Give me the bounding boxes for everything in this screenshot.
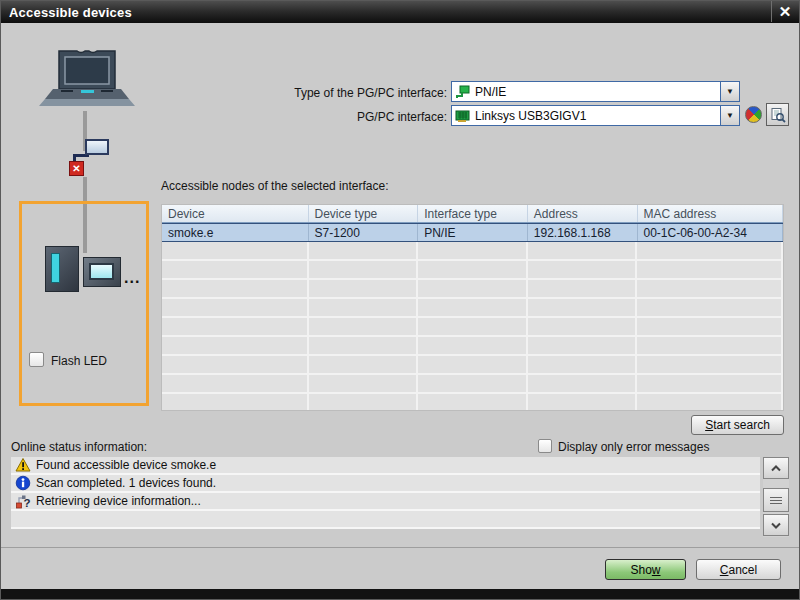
hmi-screen	[89, 263, 114, 280]
error-filter-checkbox[interactable]	[538, 439, 552, 456]
flash-led-checkbox[interactable]	[29, 352, 44, 370]
pgpc-type-value: PN/IE	[475, 85, 720, 99]
table-header-row: Device Device type Interface type Addres…	[162, 205, 783, 223]
scroll-down-button[interactable]	[763, 514, 789, 536]
col-header-mac-address[interactable]: MAC address	[638, 205, 784, 222]
status-message-row: ?Retrieving device information...	[11, 493, 760, 511]
status-message-text: Retrieving device information...	[36, 494, 201, 508]
pgpc-type-dropdown-arrow[interactable]: ▼	[720, 82, 739, 101]
start-search-button[interactable]: Start search	[691, 415, 784, 435]
status-message-text: Found accessible device smoke.e	[36, 458, 216, 472]
chevron-up-icon	[771, 465, 781, 472]
footer-divider	[1, 547, 799, 548]
svg-text:?: ?	[24, 497, 31, 509]
plc-led-strip	[51, 253, 60, 283]
title-bar: Accessible devices	[1, 1, 799, 23]
accessible-nodes-label: Accessible nodes of the selected interfa…	[161, 179, 388, 193]
col-header-address[interactable]: Address	[528, 205, 638, 222]
online-status-label: Online status information:	[11, 440, 147, 454]
pgpc-interface-dropdown-arrow[interactable]: ▼	[720, 106, 739, 125]
error-filter-checkbox-box[interactable]	[538, 439, 552, 453]
plc-module-icon	[45, 246, 79, 292]
close-icon: ✕	[779, 3, 792, 21]
network-card-icon	[455, 109, 471, 123]
disconnected-badge-icon: ✕	[69, 161, 84, 176]
window-bottom-edge	[1, 589, 799, 599]
network-adapter-icon	[85, 139, 109, 155]
device-cell: 00-1C-06-00-A2-34	[638, 224, 784, 241]
dialog-title: Accessible devices	[1, 5, 132, 20]
device-highlight-frame	[19, 201, 149, 406]
error-filter-label: Display only error messages	[558, 440, 709, 454]
pgpc-interface-label: PG/PC interface:	[251, 110, 447, 124]
chevron-down-icon	[771, 522, 781, 529]
empty-table-row	[162, 318, 783, 337]
info-icon	[15, 475, 31, 491]
hmi-module-icon	[83, 257, 121, 287]
empty-table-row	[162, 337, 783, 356]
empty-table-row	[162, 242, 783, 261]
laptop-icon	[39, 47, 135, 111]
device-table-row[interactable]: smoke.eS7-1200PN/IE192.168.1.16800-1C-06…	[162, 223, 783, 242]
col-header-interface-type[interactable]: Interface type	[418, 205, 528, 222]
pgpc-interface-value: Linksys USB3GIGV1	[475, 109, 720, 123]
cancel-button[interactable]: Cancel	[696, 559, 781, 580]
status-message-row: Found accessible device smoke.e	[11, 457, 760, 475]
pgpc-interface-combobox[interactable]: Linksys USB3GIGV1 ▼	[451, 105, 740, 126]
status-message-list: Found accessible device smoke.eScan comp…	[11, 457, 760, 529]
col-header-device[interactable]: Device	[162, 205, 309, 222]
more-devices-ellipsis: ...	[124, 269, 140, 287]
accessible-devices-dialog: Accessible devices ✕ ✕ ... Flash LED Typ…	[0, 0, 800, 600]
status-scrollbar[interactable]	[763, 457, 789, 537]
retrieving-icon: ?	[15, 493, 31, 509]
document-magnifier-icon	[770, 107, 786, 123]
pgpc-type-label: Type of the PG/PC interface:	[251, 86, 447, 100]
status-message-text: Scan completed. 1 devices found.	[36, 476, 216, 490]
pgpc-type-combobox[interactable]: PN/IE ▼	[451, 81, 740, 102]
show-button[interactable]: Show	[605, 559, 686, 580]
empty-table-row	[162, 299, 783, 318]
empty-table-row	[162, 394, 783, 411]
diagnostics-search-button[interactable]	[766, 103, 789, 126]
warning-icon	[15, 457, 31, 473]
device-cell: smoke.e	[162, 224, 309, 241]
close-button[interactable]: ✕	[771, 1, 798, 22]
status-message-row: Scan completed. 1 devices found.	[11, 475, 760, 493]
device-cell: 192.168.1.168	[528, 224, 638, 241]
flash-led-label: Flash LED	[51, 354, 107, 368]
status-empty-row	[11, 511, 760, 529]
interface-settings-icon[interactable]	[745, 106, 762, 123]
empty-table-row	[162, 261, 783, 280]
device-cell: S7-1200	[309, 224, 419, 241]
empty-table-row	[162, 356, 783, 375]
scroll-up-button[interactable]	[763, 457, 789, 479]
device-cell: PN/IE	[418, 224, 528, 241]
scrollbar-thumb[interactable]	[763, 488, 789, 512]
empty-table-row	[162, 280, 783, 299]
flash-led-checkbox-box[interactable]	[29, 352, 44, 367]
col-header-device-type[interactable]: Device type	[309, 205, 419, 222]
empty-table-row	[162, 375, 783, 394]
accessible-nodes-table: Device Device type Interface type Addres…	[161, 204, 784, 411]
pnie-node-icon	[455, 85, 471, 99]
